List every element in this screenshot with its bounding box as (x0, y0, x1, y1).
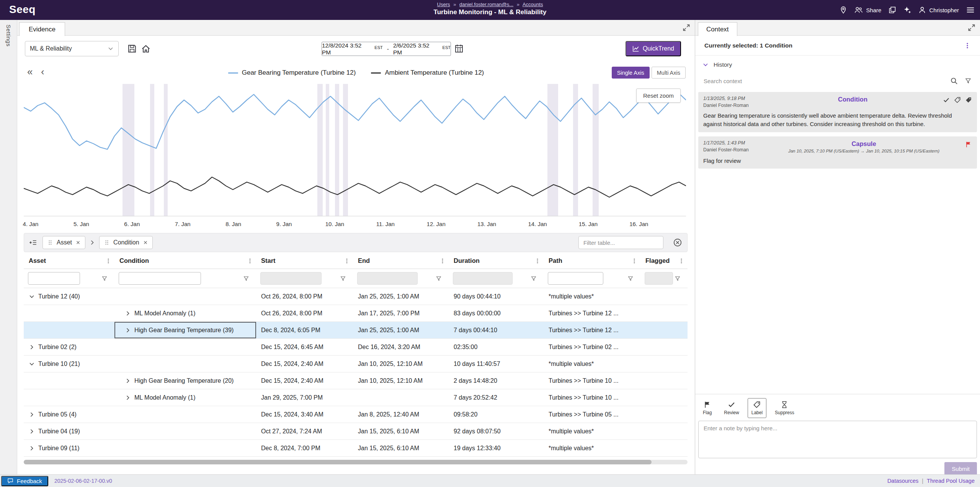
filter-context-icon[interactable] (965, 77, 972, 84)
footer-link-thread-pool-usage[interactable]: Thread Pool Usage (927, 478, 975, 484)
funnel-icon[interactable] (627, 275, 634, 282)
funnel-icon[interactable] (436, 275, 442, 282)
ai-assistant-icon[interactable] (903, 6, 911, 14)
hamburger-icon[interactable] (966, 6, 975, 14)
legend-item[interactable]: Gear Bearing Temperature (Turbine 12) (228, 69, 356, 77)
table-row[interactable]: Turbine 02 (2)Dec 15, 2024, 6:45 AMDec 1… (24, 339, 688, 356)
close-icon[interactable] (143, 240, 148, 245)
check-icon[interactable] (943, 97, 950, 103)
feedback-button[interactable]: Feedback (1, 476, 48, 486)
table-row[interactable]: Turbine 09 (11)Dec 8, 2024, 7:00 PMJan 1… (24, 440, 688, 457)
breadcrumb-users-link[interactable]: Users (437, 2, 450, 7)
history-section-header[interactable]: History (695, 58, 980, 71)
chevron-down-icon[interactable] (29, 294, 35, 300)
chevron-right-icon[interactable] (29, 428, 35, 435)
kebab-icon[interactable] (534, 258, 541, 264)
card-type-link[interactable]: Capsule (766, 140, 962, 148)
settings-label[interactable]: Settings (5, 25, 12, 46)
chevron-right-icon[interactable] (125, 395, 131, 401)
calendar-icon[interactable] (454, 44, 464, 53)
user-menu[interactable]: Christopher (918, 6, 959, 14)
kebab-icon[interactable] (631, 258, 637, 264)
table-row[interactable]: Turbine 04 (19)Oct 27, 2024, 7:24 AMJan … (24, 423, 688, 440)
table-row[interactable]: High Gear Bearing Temperature (20)Dec 15… (24, 372, 688, 389)
label-action-button[interactable]: Label (748, 398, 766, 418)
kebab-icon[interactable] (439, 258, 446, 264)
location-icon[interactable] (840, 6, 847, 14)
filter-chip-condition[interactable]: Condition (99, 236, 153, 249)
filter-input-condition[interactable] (119, 272, 201, 285)
kebab-icon[interactable] (678, 258, 684, 264)
filter-input-duration[interactable] (453, 272, 513, 285)
settings-rail[interactable]: Settings (0, 20, 17, 474)
flag-action-button[interactable]: Flag (699, 398, 715, 418)
funnel-icon[interactable] (675, 275, 681, 282)
chevron-right-icon[interactable] (125, 310, 131, 316)
table-row[interactable]: Turbine 10 (21)Dec 15, 2024, 2:40 AMJan … (24, 356, 688, 372)
horizontal-scrollbar[interactable] (24, 460, 688, 464)
table-menu-icon[interactable] (29, 239, 37, 246)
filter-table-input[interactable] (578, 236, 663, 249)
legend-item[interactable]: Ambient Temperature (Turbine 12) (371, 69, 484, 77)
expand-context-icon[interactable] (968, 24, 975, 31)
tag-icon[interactable] (954, 97, 961, 103)
context-card[interactable]: 1/17/2025, 1:43 PMDaniel Foster-RomanCap… (698, 136, 977, 169)
scrollbar-thumb[interactable] (24, 460, 652, 464)
table-row[interactable]: Turbine 12 (40)Oct 26, 2024, 8:00 PMJan … (24, 288, 688, 305)
expand-main-icon[interactable] (683, 24, 690, 31)
search-icon[interactable] (950, 77, 958, 85)
filter-input-end[interactable] (357, 272, 418, 285)
tab-context[interactable]: Context (698, 22, 737, 36)
kebab-icon[interactable] (105, 258, 111, 264)
footer-link-datasources[interactable]: Datasources (887, 478, 918, 484)
date-range-input[interactable]: 12/8/2024 3:52 PM EST - 2/6/2025 3:52 PM… (322, 42, 451, 56)
table-row[interactable]: Turbine 05 (4)Dec 15, 2024, 3:40 AMJan 8… (24, 406, 688, 423)
context-card[interactable]: 1/13/2025, 9:18 PMDaniel Foster-RomanCon… (698, 92, 977, 132)
card-type-link[interactable]: Condition (766, 96, 940, 103)
flag-red-icon[interactable] (965, 141, 972, 148)
collapse-history-icon[interactable] (702, 62, 709, 68)
axis-button-single-axis[interactable]: Single Axis (612, 67, 650, 79)
filter-chip-asset[interactable]: Asset (42, 236, 85, 249)
chevron-right-icon[interactable] (125, 378, 131, 384)
workbench-select[interactable]: ML & Reliability (25, 41, 119, 56)
tab-evidence[interactable]: Evidence (19, 22, 65, 36)
review-action-button[interactable]: Review (720, 398, 743, 418)
table-row[interactable]: ML Model Anomaly (1)Jan 29, 2025, 7:00 P… (24, 389, 688, 406)
chevron-down-icon[interactable] (29, 361, 35, 367)
chevron-right-icon[interactable] (29, 344, 35, 350)
share-button[interactable]: Share (854, 6, 881, 14)
filter-input-start[interactable] (260, 272, 322, 285)
chart-canvas[interactable] (24, 84, 686, 216)
quicktrend-button[interactable]: QuickTrend (626, 41, 681, 56)
filter-input-asset[interactable] (28, 272, 80, 285)
axis-button-multi-axis[interactable]: Multi Axis (652, 67, 686, 79)
note-input[interactable] (698, 421, 977, 458)
search-context-input[interactable] (704, 78, 943, 84)
chevron-right-icon[interactable] (29, 412, 35, 418)
filter-input-flagged[interactable] (645, 272, 673, 285)
filter-input-path[interactable] (548, 272, 603, 285)
close-icon[interactable] (75, 240, 81, 245)
funnel-icon[interactable] (340, 275, 346, 282)
reset-zoom-button[interactable]: Reset zoom (636, 89, 681, 103)
table-row[interactable]: High Gear Bearing Temperature (39)Dec 8,… (24, 322, 688, 339)
suppress-action-button[interactable]: Suppress (771, 398, 798, 418)
funnel-icon[interactable] (101, 275, 108, 282)
breadcrumb-accounts-link[interactable]: Accounts (523, 2, 543, 7)
chevron-right-icon[interactable] (125, 327, 131, 333)
table-row[interactable]: ML Model Anomaly (1)Oct 26, 2024, 8:00 P… (24, 305, 688, 322)
seeq-logo[interactable]: Seeq (9, 3, 36, 16)
funnel-icon[interactable] (531, 275, 537, 282)
kebab-icon[interactable] (344, 258, 350, 264)
breadcrumb-user-link[interactable]: daniel.foster.roman@s... (459, 2, 513, 7)
home-icon[interactable] (141, 44, 150, 53)
submit-button[interactable]: Submit (944, 462, 977, 475)
close-table-icon[interactable] (673, 238, 682, 247)
save-icon[interactable] (127, 44, 137, 53)
tag-filled-icon[interactable] (965, 97, 972, 103)
context-menu-icon[interactable] (964, 42, 971, 49)
trend-chart[interactable]: Reset zoom (24, 84, 686, 216)
kebab-icon[interactable] (247, 258, 253, 264)
chevron-right-icon[interactable] (29, 445, 35, 451)
